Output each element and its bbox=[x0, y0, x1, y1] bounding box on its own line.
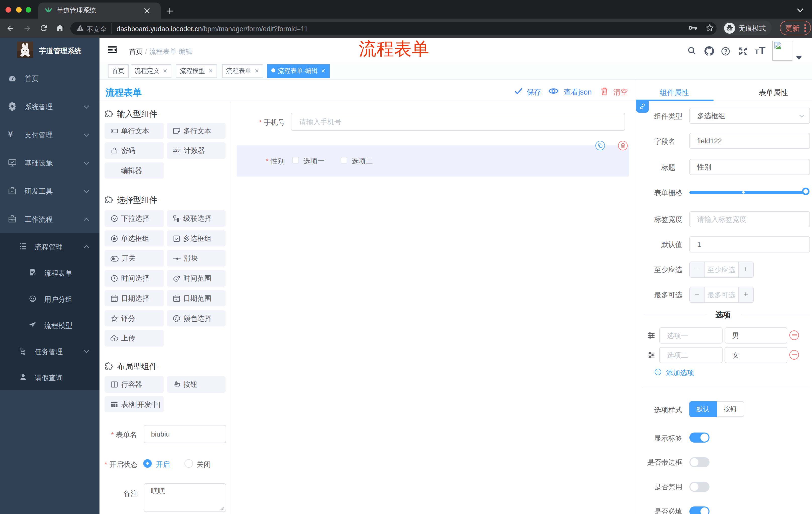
svg-text:123: 123 bbox=[173, 148, 180, 153]
